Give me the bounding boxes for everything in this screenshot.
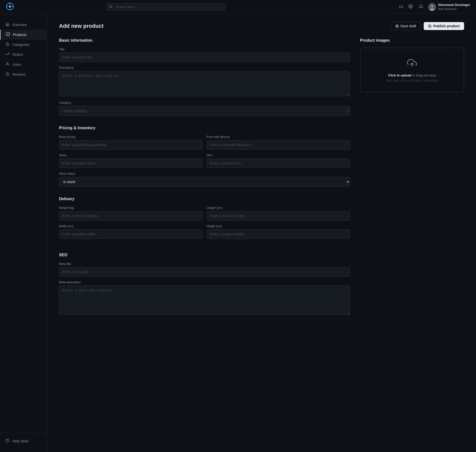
user-title: Web Developer <box>438 7 470 11</box>
category-field-group: Category Select category Electronics Clo… <box>59 101 350 116</box>
svg-point-1 <box>9 5 11 8</box>
sidebar-item-categories[interactable]: Categories <box>0 40 47 50</box>
meta-description-field-group: Meta description <box>59 281 350 316</box>
main-content: Add new product Save draft <box>47 14 476 452</box>
save-draft-button[interactable]: Save draft <box>391 22 421 30</box>
sidebar-item-label: Overview <box>12 23 27 27</box>
category-select[interactable]: Select category Electronics Clothing Boo… <box>59 106 350 116</box>
delivery-title: Delivery <box>59 197 350 201</box>
base-pricing-label: Base pricing <box>59 135 203 139</box>
top-navigation: EN Sherwood Gruninger W <box>0 0 476 14</box>
search-input[interactable] <box>107 3 226 11</box>
svg-point-5 <box>12 6 14 7</box>
meta-description-textarea[interactable] <box>59 286 350 315</box>
category-label: Category <box>59 101 350 104</box>
sidebar-item-reviews[interactable]: Reviews <box>0 69 47 79</box>
svg-point-9 <box>431 5 433 7</box>
svg-rect-11 <box>6 33 9 35</box>
sidebar-item-overview[interactable]: Overview <box>0 20 47 30</box>
weight-field-group: Weight (kg) <box>59 206 203 221</box>
length-label: Length (cm) <box>207 206 350 210</box>
upload-icon <box>407 58 417 70</box>
length-field-group: Length (cm) <box>207 206 350 221</box>
meta-title-field-group: Meta title <box>59 262 350 277</box>
price-discount-input[interactable] <box>207 140 350 150</box>
pricing-section: Pricing & Inventory Base pricing Price w… <box>59 126 350 187</box>
stock-status-select[interactable]: In stock Out of stock Pre-order <box>59 177 350 187</box>
publish-label: Publish product <box>433 24 460 28</box>
app-logo[interactable] <box>6 2 14 11</box>
sku-input[interactable] <box>207 159 350 168</box>
width-label: Width (cm) <box>59 225 203 228</box>
sidebar-item-label: Orders <box>12 53 23 57</box>
sidebar-item-products[interactable]: Products <box>0 30 47 40</box>
svg-point-3 <box>9 9 11 10</box>
svg-marker-14 <box>6 42 9 46</box>
left-column: Basic information Title Description Cate… <box>59 38 350 325</box>
price-discount-field-group: Price with dicount <box>207 135 350 150</box>
sku-field-group: SKU <box>207 154 350 168</box>
seo-title: SEO <box>59 253 350 257</box>
language-selector[interactable]: EN <box>399 5 403 9</box>
notifications-icon-button[interactable] <box>418 3 424 11</box>
sidebar-item-label: Reviews <box>12 72 26 76</box>
meta-title-label: Meta title <box>59 262 350 266</box>
price-discount-label: Price with dicount <box>207 135 350 139</box>
meta-title-input[interactable] <box>59 267 350 277</box>
description-textarea[interactable] <box>59 71 350 96</box>
sidebar-item-label: Users <box>12 63 22 66</box>
stock-input[interactable] <box>59 159 203 168</box>
content-grid: Basic information Title Description Cate… <box>59 38 464 325</box>
title-input[interactable] <box>59 53 350 62</box>
height-input[interactable] <box>207 229 350 239</box>
length-input[interactable] <box>207 211 350 221</box>
sidebar-item-helpdesk[interactable]: Help Desk <box>0 436 47 446</box>
svg-marker-16 <box>6 72 9 75</box>
reviews-icon <box>5 72 10 77</box>
sidebar-nav: Overview Products Catego <box>0 20 47 430</box>
delivery-section: Delivery Weight (kg) Length (cm) <box>59 197 350 243</box>
settings-icon-button[interactable] <box>407 3 414 11</box>
stock-status-label: Stock status <box>59 172 350 175</box>
meta-description-label: Meta description <box>59 281 350 284</box>
basic-information-section: Basic information Title Description Cate… <box>59 38 350 116</box>
description-label: Description <box>59 66 350 69</box>
header-actions: Save draft Publish product <box>391 22 464 30</box>
users-icon <box>5 62 10 67</box>
svg-point-6 <box>109 5 112 7</box>
svg-point-15 <box>7 63 8 64</box>
sku-label: SKU <box>207 154 350 157</box>
product-images-section: Product images Click to upload or drag a… <box>360 38 464 93</box>
upload-text-rest: or drag and drop <box>411 73 436 77</box>
title-label: Title <box>59 48 350 51</box>
title-field-group: Title <box>59 48 350 62</box>
upload-text-bold: Click to upload <box>388 73 411 77</box>
width-input[interactable] <box>59 229 203 239</box>
stock-status-field-group: Stock status In stock Out of stock Pre-o… <box>59 172 350 187</box>
stock-label: Stock <box>59 154 203 157</box>
topnav-right: EN Sherwood Gruninger W <box>399 3 470 11</box>
publish-button[interactable]: Publish product <box>424 22 464 30</box>
weight-input[interactable] <box>59 211 203 221</box>
pricing-title: Pricing & Inventory <box>59 126 350 130</box>
right-column: Product images Click to upload or drag a… <box>360 38 464 325</box>
sidebar-item-orders[interactable]: Orders <box>0 50 47 60</box>
sidebar-item-label: Products <box>13 33 27 37</box>
sidebar-item-label: Help Desk <box>12 439 29 443</box>
search-icon <box>109 5 113 9</box>
publish-icon <box>428 24 432 28</box>
base-pricing-input[interactable] <box>59 140 203 150</box>
user-menu[interactable]: Sherwood Gruninger Web Developer <box>428 3 470 11</box>
description-field-group: Description <box>59 66 350 97</box>
svg-point-4 <box>6 6 8 7</box>
sidebar-bottom: Help Desk <box>0 430 47 446</box>
sidebar-item-label: Categories <box>12 43 29 47</box>
height-field-group: Height (cm) <box>207 225 350 239</box>
svg-point-7 <box>410 6 411 7</box>
base-pricing-field-group: Base pricing <box>59 135 203 150</box>
sidebar-item-users[interactable]: Users <box>0 60 47 69</box>
image-upload-box[interactable]: Click to upload or drag and drop SVG, PN… <box>360 48 464 93</box>
height-label: Height (cm) <box>207 225 350 228</box>
basic-info-title: Basic information <box>59 38 350 43</box>
username: Sherwood Gruninger <box>438 3 470 7</box>
